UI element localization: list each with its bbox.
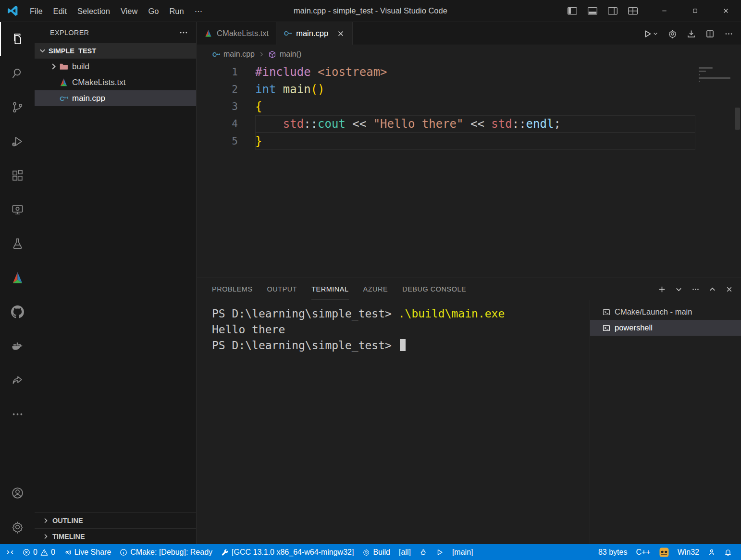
source-control-icon (11, 101, 24, 114)
activity-run-and-debug[interactable] (0, 124, 35, 158)
code-line-2: 2int main() (197, 81, 741, 98)
menu-selection[interactable]: Selection (72, 0, 115, 22)
svg-text:++: ++ (64, 96, 68, 100)
close-panel-button[interactable] (725, 285, 733, 293)
more-editor-actions-button[interactable] (724, 29, 733, 38)
activity-github[interactable] (0, 295, 35, 329)
status-text: [GCC 13.1.0 x86_64-w64-mingw32] (232, 548, 354, 557)
live-share-status-icon (64, 548, 72, 556)
status-remote[interactable] (2, 544, 18, 560)
menu-go[interactable]: Go (143, 0, 164, 22)
panel-tab-problems[interactable]: PROBLEMS (212, 278, 253, 300)
line-number: 1 (197, 66, 238, 78)
editor-scrollbar[interactable] (735, 108, 740, 130)
panel-tab-terminal[interactable]: TERMINAL (311, 278, 348, 300)
status-copilot[interactable] (655, 544, 673, 560)
status-problems[interactable]: 00 (18, 544, 60, 560)
file-row-main-cpp[interactable]: C++main.cpp (35, 90, 196, 106)
terminal-line-1: PS D:\learning\simple_test> .\build\main… (212, 306, 590, 322)
customize-layout[interactable] (628, 7, 638, 15)
menu-edit[interactable]: Edit (48, 0, 72, 22)
play-icon (643, 29, 652, 38)
panel-tab-azure[interactable]: AZURE (363, 278, 388, 300)
menu-file[interactable]: File (25, 0, 48, 22)
status-cmake-launch-target[interactable]: [main] (448, 544, 478, 560)
activity-manage[interactable] (0, 510, 35, 544)
close-tab-button[interactable] (336, 29, 345, 38)
cpp-icon: C++ (212, 50, 220, 59)
activity-accounts[interactable] (0, 476, 35, 510)
tab-cmakelists-txt[interactable]: CMakeLists.txt (197, 22, 276, 45)
new-terminal-button[interactable] (658, 285, 666, 293)
launch-profile-dropdown[interactable] (675, 285, 683, 293)
toggle-panel[interactable] (587, 7, 598, 15)
section-label: TIMELINE (52, 533, 85, 540)
status-notifications[interactable] (720, 544, 736, 560)
status-cmake-run[interactable] (432, 544, 448, 560)
minimap[interactable] (699, 65, 733, 84)
activity-explorer[interactable] (0, 22, 35, 56)
activity-remote-explorer[interactable] (0, 193, 35, 227)
file-row-build[interactable]: build (35, 59, 196, 74)
activity-search[interactable] (0, 56, 35, 90)
code-editor[interactable]: 1#include <iostream>2int main()3{4 std::… (197, 63, 741, 278)
activity-docker[interactable] (0, 329, 35, 363)
line-number: 4 (197, 118, 238, 130)
breadcrumb-item-main[interactable]: main() (268, 50, 301, 59)
more-actions-icon[interactable] (179, 28, 188, 37)
status-cmake-build[interactable]: Build (358, 544, 395, 560)
status-platform[interactable]: Win32 (673, 544, 704, 560)
toggle-secondary-sidebar[interactable] (607, 7, 618, 15)
close-window-button[interactable] (710, 0, 741, 22)
gear-icon (362, 548, 370, 556)
terminal-line-2: Hello there (212, 322, 590, 338)
activity-testing[interactable] (0, 227, 35, 261)
activity-source-control[interactable] (0, 90, 35, 124)
menu-view[interactable]: View (115, 0, 143, 22)
breadcrumb-item-main-cpp[interactable]: C++main.cpp (212, 50, 255, 59)
activity-extensions[interactable] (0, 158, 35, 193)
minimize-button[interactable] (649, 0, 679, 22)
maximize-panel-button[interactable] (708, 285, 716, 293)
activity-cmake[interactable] (0, 261, 35, 295)
run-or-debug-button[interactable] (643, 29, 658, 38)
maximize-button[interactable] (679, 0, 710, 22)
activity-additional-views[interactable] (0, 397, 35, 431)
status-cmake-kit[interactable]: [GCC 13.1.0 x86_64-w64-mingw32] (217, 544, 358, 560)
status-language-mode[interactable]: C++ (631, 544, 655, 560)
status-feedback[interactable] (704, 544, 720, 560)
tab-main-cpp[interactable]: C++main.cpp (276, 22, 353, 45)
terminal-tab-powershell[interactable]: powershell (590, 320, 741, 336)
menu-more[interactable]: ⋯ (189, 0, 208, 22)
status-cmake-build-target[interactable]: [all] (395, 544, 415, 560)
status-cmake-status[interactable]: CMake: [Debug]: Ready (115, 544, 217, 560)
folder-section-header[interactable]: SIMPLE_TEST (35, 43, 196, 59)
panel-tab-output[interactable]: OUTPUT (267, 278, 297, 300)
section-timeline[interactable]: TIMELINE (35, 528, 196, 544)
layout-controls (567, 7, 638, 15)
svg-text:++: ++ (288, 31, 292, 36)
panel-tab-debug-console[interactable]: DEBUG CONSOLE (402, 278, 466, 300)
toggle-primary-sidebar[interactable] (567, 7, 578, 15)
status-text: [all] (399, 548, 411, 557)
activity-live-share[interactable] (0, 363, 35, 397)
configure-button[interactable] (668, 29, 677, 38)
status-live-share[interactable]: Live Share (60, 544, 116, 560)
panel-more-actions-button[interactable] (692, 285, 700, 293)
file-row-cmakelists-txt[interactable]: CMakeLists.txt (35, 74, 196, 90)
status-cmake-debug[interactable] (415, 544, 432, 560)
terminal-output[interactable]: PS D:\learning\simple_test> .\build\main… (197, 300, 590, 544)
layout-sidebar-icon (567, 7, 578, 15)
section-outline[interactable]: OUTLINE (35, 512, 196, 528)
split-editor-button[interactable] (705, 29, 715, 38)
status-file-size[interactable]: 83 bytes (594, 544, 631, 560)
code-lines: 1#include <iostream>2int main()3{4 std::… (197, 63, 741, 150)
build-install-button[interactable] (687, 29, 696, 38)
file-tree: buildCMakeLists.txtC++main.cpp (35, 59, 196, 106)
window-title: main.cpp - simple_test - Visual Studio C… (294, 6, 447, 15)
line-number: 3 (197, 101, 238, 112)
code-line-5: 5} (197, 133, 741, 150)
menu-run[interactable]: Run (164, 0, 189, 22)
sidebar-bottom: OUTLINETIMELINE (35, 512, 196, 544)
terminal-tab-cmake-launch-main[interactable]: CMake/Launch - main (590, 304, 741, 320)
